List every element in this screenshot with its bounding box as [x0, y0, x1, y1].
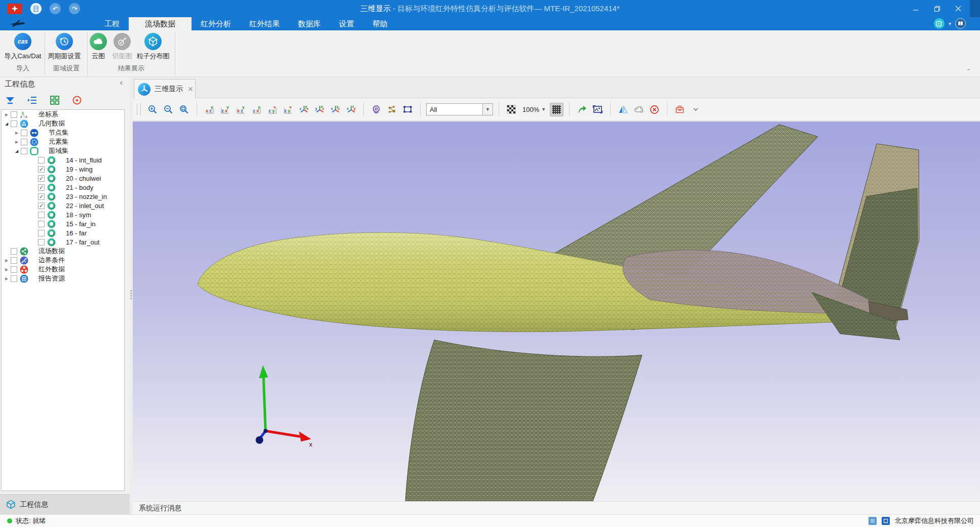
tree-item-coordinate-system[interactable]: ▶yzx坐标系 — [2, 110, 124, 119]
visibility-checkbox[interactable] — [21, 130, 27, 136]
menu-item-database[interactable]: 数据库 — [289, 17, 330, 30]
locate-button[interactable] — [71, 94, 83, 106]
tree-item-face-set[interactable]: ◢面域集 — [2, 146, 124, 155]
tree-item-report-resource[interactable]: ▶报告资源 — [2, 274, 124, 283]
app-menu-button[interactable] — [7, 4, 22, 14]
collapse-tree-button[interactable] — [26, 94, 39, 106]
panel-layout-button[interactable] — [934, 18, 945, 29]
tree-item-14-int-fluid[interactable]: 14 - int_fluid — [2, 155, 124, 165]
view-back-button[interactable]: y z x — [218, 103, 232, 116]
visibility-checkbox[interactable]: ✓ — [38, 193, 45, 200]
zoom-window-button[interactable] — [177, 103, 191, 116]
perspective-camera-button[interactable] — [369, 103, 383, 116]
view-bottom-button[interactable]: x z y — [281, 103, 295, 116]
tree-item-flow-data[interactable]: 流场数据 — [2, 247, 124, 256]
view-iso-2-button[interactable]: x z y — [313, 103, 326, 116]
save-display-button[interactable] — [673, 103, 687, 116]
menu-item-project[interactable]: 工程 — [95, 17, 129, 30]
view-left-button[interactable]: y x z — [234, 103, 248, 116]
expander-collapsed-icon[interactable]: ▶ — [14, 131, 20, 135]
zoom-in-button[interactable] — [146, 103, 160, 116]
expander-expanded-icon[interactable]: ◢ — [4, 121, 10, 126]
3d-viewport[interactable]: x — [133, 121, 980, 501]
tree-item-17-far-out[interactable]: 17 - far_out — [2, 237, 124, 247]
expander-collapsed-icon[interactable]: ▶ — [4, 258, 10, 263]
visibility-checkbox[interactable] — [21, 148, 27, 154]
ribbon-collapse-chevron-icon[interactable]: ⌃ — [966, 68, 971, 74]
grid-view-button[interactable] — [49, 94, 61, 106]
visibility-checkbox[interactable] — [11, 120, 17, 127]
menu-item-ir-results[interactable]: 红外结果 — [240, 17, 289, 30]
visibility-checkbox[interactable] — [38, 157, 45, 164]
redo-button[interactable]: ↷ — [69, 3, 80, 14]
tree-item-boundary-condition[interactable]: ▶边界条件 — [2, 256, 124, 265]
tree-item-19-wing[interactable]: ✓19 - wing — [2, 165, 124, 174]
menu-item-ir-analysis[interactable]: 红外分析 — [192, 17, 240, 30]
visibility-checkbox[interactable] — [11, 248, 17, 255]
node-display-button[interactable] — [385, 103, 399, 116]
tree-item-22-inlet-out[interactable]: ✓22 - inlet_out — [2, 201, 124, 210]
manual-button[interactable] — [955, 18, 966, 29]
tab-3d-display[interactable]: 三维显示 ✕ — [134, 79, 196, 99]
save-display-dropdown[interactable] — [689, 103, 702, 116]
tray-icon-1[interactable] — [869, 517, 877, 525]
toolbar-drag-handle[interactable] — [137, 103, 141, 115]
expander-collapsed-icon[interactable]: ▶ — [4, 276, 10, 281]
snapshot-button[interactable] — [591, 103, 605, 116]
visibility-checkbox[interactable] — [38, 239, 45, 246]
export-view-button[interactable] — [575, 103, 589, 116]
menu-item-flow-data[interactable]: 流场数据 — [129, 17, 192, 30]
minimize-button[interactable] — [905, 0, 926, 17]
expander-collapsed-icon[interactable]: ▶ — [4, 267, 10, 272]
visibility-checkbox[interactable] — [38, 212, 45, 218]
view-top-button[interactable]: x z y — [266, 103, 279, 116]
tab-close-icon[interactable]: ✕ — [187, 85, 194, 93]
new-document-button[interactable] — [30, 3, 42, 14]
tree-item-15-far-in[interactable]: 15 - far_in — [2, 219, 124, 228]
visibility-checkbox[interactable] — [11, 266, 17, 273]
chevron-down-icon[interactable]: ▾ — [949, 21, 951, 26]
visibility-checkbox[interactable] — [11, 275, 17, 282]
mesh-display-button[interactable] — [550, 103, 563, 116]
tree-item-23-nozzle-in[interactable]: ✓23 - nozzle_in — [2, 192, 124, 201]
view-iso-3-button[interactable]: y z x — [328, 103, 342, 116]
close-button[interactable] — [948, 0, 969, 17]
ribbon-particle-distribution-button[interactable]: 粒子分布图 — [134, 33, 172, 61]
clear-display-button[interactable] — [648, 103, 661, 116]
visibility-checkbox[interactable] — [21, 139, 27, 145]
visibility-checkbox[interactable]: ✓ — [38, 184, 45, 191]
display-filter-select[interactable]: All▼ — [426, 103, 493, 115]
view-iso-1-button[interactable]: y x z — [297, 103, 311, 116]
restore-button[interactable] — [926, 0, 948, 17]
tree-item-20-chuiwei[interactable]: ✓20 - chuiwei — [2, 174, 124, 183]
visibility-checkbox[interactable] — [11, 111, 17, 118]
tree-item-16-far[interactable]: 16 - far — [2, 228, 124, 237]
tree-item-node-set[interactable]: ▶节点集 — [2, 128, 124, 137]
tree-item-18-sym[interactable]: 18 - sym — [2, 210, 124, 219]
view-right-button[interactable]: y z x — [250, 103, 263, 116]
ribbon-periodic-face-button[interactable]: 周期面设置 — [46, 33, 83, 61]
view-front-button[interactable]: y x z — [203, 103, 216, 116]
visibility-checkbox[interactable] — [38, 221, 45, 227]
zoom-level-select[interactable]: 100%▼ — [520, 106, 548, 113]
ribbon-contour-button[interactable]: 云图 — [89, 33, 107, 61]
mirror-display-button[interactable] — [616, 103, 630, 116]
visibility-checkbox[interactable]: ✓ — [38, 166, 45, 173]
ribbon-import-cas-dat-button[interactable]: cas导入Cas/Dat — [1, 33, 45, 61]
sidebar-footer-tab[interactable]: 工程信息 — [0, 494, 130, 514]
expander-collapsed-icon[interactable]: ▶ — [4, 112, 10, 117]
tree-item-geometry-data[interactable]: ◢几何数据 — [2, 119, 124, 128]
visibility-checkbox[interactable] — [11, 257, 17, 264]
smooth-display-button[interactable] — [632, 103, 646, 116]
visibility-checkbox[interactable]: ✓ — [38, 202, 45, 209]
visibility-checkbox[interactable] — [38, 230, 45, 236]
filter-button[interactable] — [4, 94, 16, 106]
combo-dropdown-icon[interactable]: ▼ — [482, 104, 493, 115]
tree-item-infrared-data[interactable]: ▶红外数据 — [2, 265, 124, 274]
expander-collapsed-icon[interactable]: ▶ — [14, 140, 20, 144]
undo-button[interactable]: ↶ — [50, 3, 61, 14]
expander-expanded-icon[interactable]: ◢ — [14, 149, 20, 153]
transparency-button[interactable] — [505, 103, 518, 116]
tree-item-21-body[interactable]: ✓21 - body — [2, 183, 124, 192]
tray-icon-2[interactable] — [882, 517, 890, 525]
